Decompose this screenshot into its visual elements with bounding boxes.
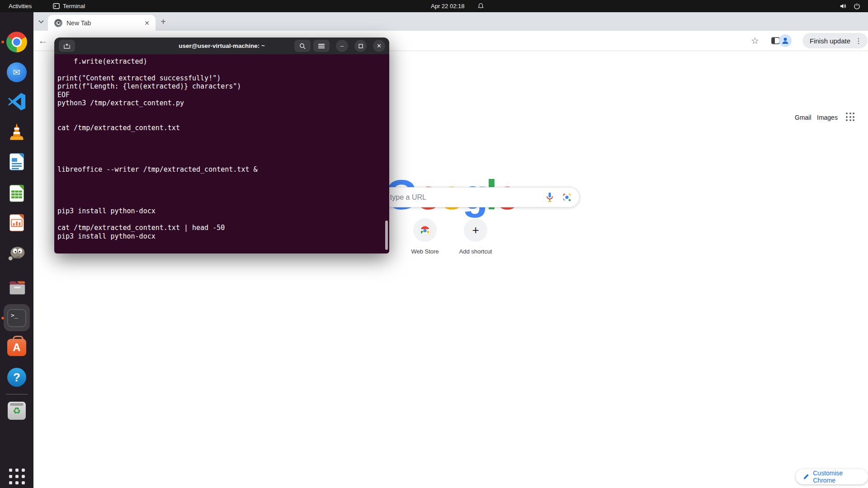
clock-label: Apr 22 02:18 [431,3,464,9]
terminal-icon: >_ [7,309,26,327]
help-icon: ? [7,368,26,387]
terminal-minimize-button[interactable]: – [336,40,348,52]
gnome-top-bar: Activities Terminal Apr 22 02:18 [0,0,868,12]
dock-item-terminal[interactable]: >_ [0,305,33,331]
tab-title: New Tab [66,19,142,27]
libreoffice-impress-icon [7,213,26,232]
notification-bell-icon[interactable] [477,0,484,12]
profile-avatar[interactable] [779,34,792,47]
finish-update-label: Finish update [810,37,850,45]
chrome-tab-strip: New Tab ✕ + – ✕ [33,12,868,31]
dock-item-chrome[interactable] [0,29,33,55]
running-indicator [1,317,4,319]
terminal-mini-icon [53,3,60,9]
bookmark-star-icon[interactable]: ☆ [749,35,761,47]
terminal-search-button[interactable] [294,40,311,52]
dock-item-gimp[interactable] [0,239,33,265]
dock-item-files[interactable] [0,275,33,300]
dock-item-vlc[interactable] [0,119,33,144]
terminal-window: user@user-virtual-machine: ~ – ✕ f.write… [54,38,389,253]
dock-item-trash[interactable]: ♻ [0,398,33,423]
vlc-icon [7,122,27,141]
terminal-output: f.write(extracted) print("Content extrac… [54,54,389,240]
web-store-label: Web Store [398,248,452,255]
pencil-icon [803,474,809,480]
dock-divider [6,394,28,394]
tab-close-icon[interactable]: ✕ [142,18,152,28]
terminal-close-button[interactable]: ✕ [373,40,385,52]
libreoffice-calc-icon [7,184,26,203]
chrome-icon [6,32,27,52]
terminal-maximize-button[interactable] [354,40,367,52]
clock-button[interactable]: Apr 22 02:18 [431,0,464,12]
app-menu-label: Terminal [63,3,85,9]
topbar-app-menu[interactable]: Terminal [53,0,85,12]
terminal-scrollbar[interactable] [385,221,388,250]
dock-item-app-grid[interactable] [0,464,33,488]
back-button[interactable]: ← [37,34,49,47]
terminal-header[interactable]: user@user-virtual-machine: ~ – ✕ [54,38,389,54]
dock-item-libreoffice-impress[interactable] [0,210,33,235]
hamburger-icon [318,44,325,48]
desktop: Activities Terminal Apr 22 02:18 ✉ [0,0,868,488]
tab-search-chevron-icon[interactable] [36,17,46,27]
dock-item-vscode[interactable] [0,89,33,114]
add-shortcut-label: Add shortcut [448,248,503,255]
activities-button[interactable]: Activities [9,0,32,12]
power-icon[interactable] [854,0,860,12]
dock-item-help[interactable]: ? [0,365,33,390]
chrome-menu-icon[interactable]: ⋮ [855,37,862,45]
chrome-logo-icon [54,19,62,27]
terminal-new-tab-button[interactable] [59,40,75,52]
customise-chrome-button[interactable]: Customise Chrome [796,469,868,484]
trash-icon: ♻ [8,402,26,420]
ubuntu-software-icon: A [7,339,26,356]
app-grid-icon [9,469,25,484]
files-icon [7,279,27,297]
web-store-icon [419,225,431,235]
add-shortcut-button[interactable]: + [464,218,487,242]
new-tab-button[interactable]: + [157,16,169,28]
plus-icon: + [472,223,479,237]
dock-item-ubuntu-software[interactable]: A [0,335,33,360]
volume-icon[interactable] [840,0,847,12]
libreoffice-writer-icon [7,152,26,171]
web-store-shortcut[interactable] [413,218,437,242]
dock-item-thunderbird[interactable]: ✉ [0,60,33,85]
tab-new-tab[interactable]: New Tab ✕ [48,15,156,31]
gimp-icon [7,243,27,262]
ubuntu-dock: ✉ >_ A ? [0,12,33,488]
google-apps-grid-icon[interactable] [846,113,854,121]
google-lens-icon[interactable] [561,192,573,203]
voice-search-mic-icon[interactable] [544,192,556,203]
dock-item-libreoffice-writer[interactable] [0,149,33,174]
running-indicator [1,41,4,43]
thunderbird-icon: ✉ [7,62,27,82]
activities-label: Activities [9,3,32,9]
images-link[interactable]: Images [817,114,838,121]
dock-item-libreoffice-calc[interactable] [0,181,33,206]
finish-update-button[interactable]: Finish update ⋮ [802,33,868,48]
vscode-icon [7,92,27,112]
customise-chrome-label: Customise Chrome [813,469,861,484]
gmail-link[interactable]: Gmail [795,114,811,121]
terminal-body[interactable]: f.write(extracted) print("Content extrac… [54,54,389,253]
terminal-menu-button[interactable] [313,40,330,52]
